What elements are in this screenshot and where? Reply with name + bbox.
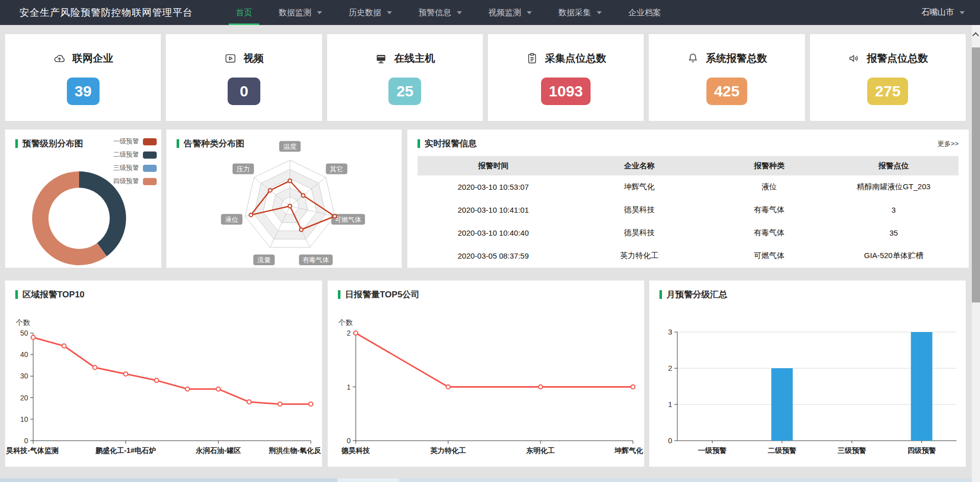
svg-text:0: 0 [24,437,28,445]
panel-title-marker [15,290,18,299]
stat-cards-row: 联网企业 39 视频 0 在线主机 25 采集点位总数 1093 [5,34,966,121]
svg-text:40: 40 [20,350,28,359]
panel-title: 实时报警信息 [425,138,477,149]
panel-title-marker [338,290,340,299]
panel-warning-level-donut: 预警级别分布图 一级预警 二级预警 三级预警 四级预警 [5,130,161,268]
chevron-down-icon [457,11,462,14]
stat-card-connected-enterprises: 联网企业 39 [5,34,161,121]
panel-title-marker [418,139,420,148]
alarm-cell: 2020-03-10 10:40:40 [418,221,569,244]
svg-text:个数: 个数 [338,318,353,326]
stat-card-system-alarms: 系统报警总数 425 [649,34,804,121]
panel-title-marker [177,139,179,148]
table-header-row: 报警时间 企业名称 报警种类 报警点位 [418,156,959,175]
legend-swatch [143,138,157,145]
table-row[interactable]: 2020-03-10 10:40:40德昊科技有毒气体35 [418,221,959,244]
chevron-down-icon [960,11,965,14]
speaker-icon [847,52,860,65]
nav-item-video-monitor[interactable]: 视频监测 [475,0,545,25]
stat-value-badge: 25 [388,78,421,105]
legend-item[interactable]: 一级预警 [113,137,157,146]
panel-region-alarm-top10: 区域报警TOP10 01020304050个数昊科技-气体监测鹏盛化工-1#电石… [5,281,322,467]
stat-label: 报警点位总数 [867,52,928,65]
top-navbar: 安全生产风险预警防控物联网管理平台 首页 数据监测 历史数据 预警信息 视频监测… [0,0,980,25]
nav-item-data-collect[interactable]: 数据采集 [545,0,615,25]
nav-item-enterprise-files[interactable]: 企业档案 [615,0,674,25]
stat-value-badge: 39 [67,78,100,105]
chevron-down-icon [317,11,322,14]
alarm-cell: 德昊科技 [569,221,710,244]
scrollbar-thumb[interactable] [972,47,980,302]
col-header-company: 企业名称 [569,156,710,175]
svg-text:流量: 流量 [257,256,271,264]
alarm-cell: 2020-03-10 10:41:01 [418,198,569,221]
svg-text:压力: 压力 [237,165,250,173]
next-section-partial [0,478,972,482]
stat-card-online-hosts: 在线主机 25 [327,34,483,121]
svg-text:昊科技-气体监测: 昊科技-气体监测 [6,446,59,454]
nav-item-history-data[interactable]: 历史数据 [335,0,405,25]
alarm-cell: 英力特化工 [569,244,710,267]
video-icon [224,52,237,65]
clipboard-icon [526,52,538,65]
more-link[interactable]: 更多>> [938,139,959,148]
region-selector[interactable]: 石嘴山市 [921,7,965,18]
alarm-cell: GIA-520单体贮槽 [829,244,959,267]
svg-text:2: 2 [347,329,351,337]
svg-text:个数: 个数 [15,318,30,326]
svg-text:0: 0 [668,436,672,445]
stat-label: 在线主机 [394,52,435,65]
vertical-scrollbar[interactable] [972,25,980,482]
warning-level-donut-chart [5,153,161,268]
svg-text:2: 2 [668,364,672,372]
alarm-cell: 德昊科技 [569,198,710,221]
monthly-warning-levels-chart: 0123一级预警二级预警三级预警四级预警 [649,300,966,462]
alarm-cell: 2020-03-10 10:53:07 [418,175,569,198]
table-row[interactable]: 2020-03-05 08:37:59英力特化工可燃气体GIA-520单体贮槽 [418,244,959,267]
stat-card-alarm-points: 报警点位总数 275 [810,34,966,121]
svg-text:其它: 其它 [330,165,343,173]
svg-text:10: 10 [20,415,28,423]
alarm-cell: 液位 [709,175,828,198]
daily-alarm-top5-chart: 012个数德昊科技英力特化工东明化工坤辉气化 [328,300,644,462]
alarm-cell: 3 [829,198,959,221]
alarm-cell: 2020-03-05 08:37:59 [418,244,569,267]
stat-card-collection-points: 采集点位总数 1093 [488,34,644,121]
chevron-down-icon [387,11,392,14]
panel-title-marker [659,290,662,299]
panel-daily-alarm-top5: 日报警量TOP5公司 012个数德昊科技英力特化工东明化工坤辉气化 [328,281,644,467]
svg-text:50: 50 [20,329,28,337]
panel-monthly-warning-levels: 月预警分级汇总 0123一级预警二级预警三级预警四级预警 [649,281,966,467]
stat-label: 系统报警总数 [706,52,767,65]
alarm-table: 报警时间 企业名称 报警种类 报警点位 2020-03-10 10:53:07坤… [418,156,959,267]
cloud-upload-icon [53,52,66,65]
panel-title: 月预警分级汇总 [667,289,727,300]
svg-text:液位: 液位 [225,216,238,223]
svg-text:德昊科技: 德昊科技 [341,446,370,454]
stat-label: 视频 [243,52,264,65]
nav-item-warning-info[interactable]: 预警信息 [405,0,475,25]
panel-title-marker [15,139,18,148]
alarm-cell: 精醇南罐液位GT_203 [829,175,959,198]
svg-text:30: 30 [20,372,28,380]
panel-realtime-alarms: 实时报警信息 更多>> 报警时间 企业名称 报警种类 报警点位 2020-03-… [407,130,969,268]
svg-text:可燃气体: 可燃气体 [335,216,361,223]
svg-text:20: 20 [20,394,28,402]
table-row[interactable]: 2020-03-10 10:41:01德昊科技有毒气体3 [418,198,959,221]
monitor-icon [375,52,387,65]
panel-title: 告警种类分布图 [184,138,244,149]
chevron-down-icon [527,11,532,14]
stat-label: 采集点位总数 [545,52,606,65]
svg-text:英力特化工: 英力特化工 [430,446,466,454]
alarm-table-body: 2020-03-10 10:53:07坤辉气化液位精醇南罐液位GT_203202… [418,175,959,267]
panel-title: 预警级别分布图 [22,138,83,149]
svg-text:三级预警: 三级预警 [838,446,866,454]
panel-title: 区域报警TOP10 [22,289,85,300]
nav-item-home[interactable]: 首页 [223,0,265,25]
panel-title: 日报警量TOP5公司 [345,289,420,300]
svg-text:0: 0 [347,437,351,445]
scroll-up-arrow-icon[interactable] [972,32,979,39]
nav-item-data-monitor[interactable]: 数据监测 [265,0,335,25]
svg-text:有毒气体: 有毒气体 [303,256,329,264]
table-row[interactable]: 2020-03-10 10:53:07坤辉气化液位精醇南罐液位GT_203 [418,175,959,198]
